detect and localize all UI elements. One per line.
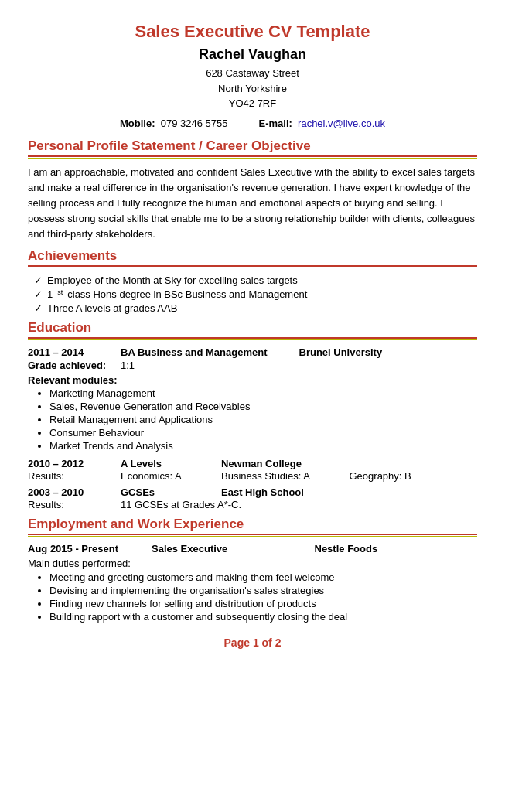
address-line2: North Yorkshire bbox=[218, 83, 287, 94]
module-item: Marketing Management bbox=[49, 387, 477, 399]
profile-text: I am an approachable, motivated and conf… bbox=[28, 165, 477, 243]
divider-red-profile bbox=[28, 155, 477, 157]
gcse-results-row: Results: 11 GCSEs at Grades A*-C. bbox=[28, 499, 477, 510]
duties-label: Main duties performed: bbox=[28, 558, 477, 569]
doc-title: Sales Executive CV Template bbox=[28, 22, 477, 42]
grade-value: 1:1 bbox=[121, 360, 477, 371]
grade-label: Grade achieved: bbox=[28, 360, 121, 371]
divider-yellow-education bbox=[28, 339, 477, 340]
alevels-results-label: Results: bbox=[28, 470, 121, 482]
address-line1: 628 Castaway Street bbox=[206, 67, 299, 79]
edu-years: 2011 – 2014 bbox=[28, 346, 121, 358]
duties-list: Meeting and greeting customers and makin… bbox=[28, 571, 477, 623]
emp-entry-row: Aug 2015 - Present Sales Executive Nestl… bbox=[28, 543, 477, 554]
module-item: Consumer Behaviour bbox=[49, 427, 477, 438]
divider-yellow-profile bbox=[28, 158, 477, 159]
gcse-years: 2003 – 2010 bbox=[28, 486, 121, 498]
address: 628 Castaway Street North Yorkshire YO42… bbox=[28, 66, 477, 111]
achievement-item: Employee of the Month at Sky for excelli… bbox=[34, 275, 477, 286]
cv-page: Sales Executive CV Template Rachel Vaugh… bbox=[0, 0, 505, 812]
gcse-results: 11 GCSEs at Grades A*-C. bbox=[121, 499, 477, 510]
duty-item: Finding new channels for selling and dis… bbox=[49, 598, 477, 609]
mobile-label: Mobile: bbox=[120, 118, 155, 129]
page-number: Page 1 of 2 bbox=[28, 636, 477, 649]
divider-red-education bbox=[28, 337, 477, 339]
module-item: Retail Management and Applications bbox=[49, 414, 477, 425]
mobile-number: 079 3246 5755 bbox=[161, 118, 228, 129]
email-info: E-mail: rachel.v@live.co.uk bbox=[259, 118, 385, 129]
alevels-institution: Newman College bbox=[221, 458, 477, 469]
email-link[interactable]: rachel.v@live.co.uk bbox=[298, 118, 385, 129]
duty-item: Building rapport with a customer and sub… bbox=[49, 611, 477, 623]
section-title-profile: Personal Profile Statement / Career Obje… bbox=[28, 138, 477, 154]
gcse-results-label: Results: bbox=[28, 499, 121, 510]
emp-company: Nestle Foods bbox=[315, 543, 478, 554]
duty-item: Meeting and greeting customers and makin… bbox=[49, 571, 477, 583]
edu-grade-row: Grade achieved: 1:1 bbox=[28, 360, 477, 371]
alevels-geo: Geography: B bbox=[350, 470, 478, 482]
edu-alevels-row: 2010 – 2012 A Levels Newman College bbox=[28, 458, 477, 469]
edu-institution: Brunel University bbox=[299, 346, 478, 358]
section-title-achievements: Achievements bbox=[28, 248, 477, 264]
alevels-qual: A Levels bbox=[121, 458, 221, 469]
relevant-label: Relevant modules: bbox=[28, 374, 477, 386]
edu-degree: BA Business and Management bbox=[121, 346, 299, 358]
divider-yellow-achievements bbox=[28, 268, 477, 268]
gcse-qual: GCSEs bbox=[121, 486, 221, 498]
gcse-institution: East High School bbox=[221, 486, 477, 498]
divider-red-achievements bbox=[28, 265, 477, 267]
alevels-years: 2010 – 2012 bbox=[28, 458, 121, 469]
mobile-info: Mobile: 079 3246 5755 bbox=[120, 118, 228, 129]
emp-dates: Aug 2015 - Present bbox=[28, 543, 152, 554]
achievement-item: 1st class Hons degree in BSc Business an… bbox=[34, 288, 477, 300]
divider-yellow-employment bbox=[28, 536, 477, 537]
email-label: E-mail: bbox=[259, 118, 292, 129]
alevels-results-row: Results: Economics: A Business Studies: … bbox=[28, 470, 477, 482]
module-item: Sales, Revenue Generation and Receivable… bbox=[49, 401, 477, 412]
edu-gcse-row: 2003 – 2010 GCSEs East High School bbox=[28, 486, 477, 498]
section-title-education: Education bbox=[28, 320, 477, 336]
duty-item: Devising and implementing the organisati… bbox=[49, 585, 477, 596]
achievements-list: Employee of the Month at Sky for excelli… bbox=[28, 275, 477, 314]
divider-red-employment bbox=[28, 534, 477, 535]
alevels-econ: Economics: A bbox=[121, 470, 221, 482]
address-line3: YO42 7RF bbox=[229, 97, 276, 109]
emp-role: Sales Executive bbox=[152, 543, 315, 554]
alevels-business: Business Studies: A bbox=[221, 470, 350, 482]
modules-list: Marketing Management Sales, Revenue Gene… bbox=[28, 387, 477, 452]
section-title-employment: Employment and Work Experience bbox=[28, 517, 477, 532]
candidate-name: Rachel Vaughan bbox=[28, 46, 477, 63]
contact-row: Mobile: 079 3246 5755 E-mail: rachel.v@l… bbox=[28, 118, 477, 129]
achievement-item: Three A levels at grades AAB bbox=[34, 302, 477, 314]
module-item: Market Trends and Analysis bbox=[49, 440, 477, 452]
edu-entry-university: 2011 – 2014 BA Business and Management B… bbox=[28, 346, 477, 358]
